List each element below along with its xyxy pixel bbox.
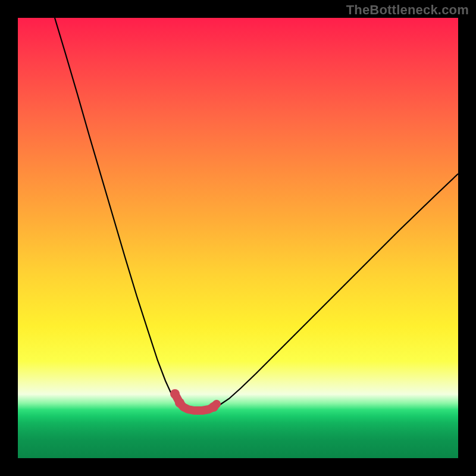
chart-frame: TheBottleneck.com: [0, 0, 476, 476]
watermark-text: TheBottleneck.com: [346, 2, 469, 18]
valley-dot-2: [175, 398, 184, 408]
chart-svg: [18, 18, 458, 458]
curve-left-branch: [55, 18, 180, 407]
valley-dot-3: [209, 402, 218, 412]
valley-dot-1: [170, 389, 180, 399]
curve-right-branch: [214, 174, 458, 408]
